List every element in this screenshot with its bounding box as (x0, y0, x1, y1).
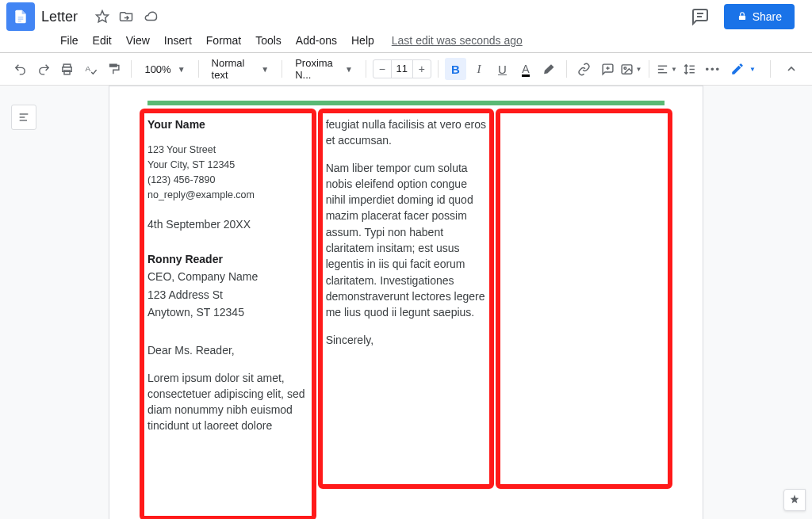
svg-text:A: A (85, 63, 90, 72)
menu-help[interactable]: Help (345, 31, 381, 50)
document-page[interactable]: Your Name 123 Your Street Your City, ST … (109, 86, 703, 519)
zoom-select[interactable]: 100%▼ (138, 59, 191, 79)
menu-edit[interactable]: Edit (86, 31, 118, 50)
redo-button[interactable] (33, 58, 54, 80)
align-button[interactable]: ▼ (656, 58, 677, 80)
recipient-street: 123 Address St (147, 287, 308, 303)
body-paragraph-1: Lorem ipsum dolor sit amet, consectetuer… (147, 370, 308, 434)
print-button[interactable] (56, 58, 78, 80)
menu-view[interactable]: View (120, 31, 156, 50)
letter-date: 4th September 20XX (147, 216, 308, 232)
underline-button[interactable]: U (492, 58, 513, 80)
spellcheck-button[interactable]: A (79, 58, 101, 80)
recipient-city: Anytown, ST 12345 (147, 304, 308, 320)
annotation-box-3 (496, 109, 672, 489)
caret-down-icon: ▼ (178, 65, 186, 74)
highlight-button[interactable] (538, 58, 560, 80)
editing-mode-button[interactable]: ▼ (726, 60, 760, 78)
svg-rect-0 (18, 17, 24, 17)
cloud-status-icon[interactable] (143, 10, 159, 24)
more-button[interactable]: ••• (703, 58, 724, 80)
caret-down-icon: ▼ (749, 66, 756, 73)
svg-point-14 (624, 67, 626, 69)
header-rule (147, 101, 665, 105)
share-label: Share (753, 10, 782, 23)
bold-button[interactable]: B (445, 58, 466, 80)
italic-button[interactable]: I (468, 58, 489, 80)
doc-title[interactable]: Letter (41, 9, 78, 25)
insert-link-button[interactable] (573, 58, 595, 80)
svg-marker-3 (96, 11, 108, 22)
font-size-stepper[interactable]: − 11 + (373, 59, 431, 78)
menu-file[interactable]: File (54, 31, 85, 50)
menu-addons[interactable]: Add-ons (289, 31, 343, 50)
body-paragraph-2b: Nam liber tempor cum soluta nobis eleife… (326, 160, 487, 321)
undo-button[interactable] (10, 58, 31, 80)
line-spacing-button[interactable] (679, 58, 700, 80)
docs-logo[interactable] (6, 2, 35, 31)
svg-rect-2 (18, 21, 21, 21)
last-edit-link[interactable]: Last edit was seconds ago (392, 34, 523, 47)
sender-city: Your City, ST 12345 (147, 158, 308, 172)
font-size-value[interactable]: 11 (391, 60, 413, 78)
paragraph-style-select[interactable]: Normal text▼ (205, 59, 276, 79)
svg-rect-1 (18, 19, 24, 20)
insert-image-button[interactable]: ▼ (620, 58, 642, 80)
menu-insert[interactable]: Insert (158, 31, 198, 50)
hide-menus-button[interactable] (780, 58, 802, 80)
menu-tools[interactable]: Tools (249, 31, 288, 50)
font-size-decrease[interactable]: − (373, 60, 391, 78)
caret-down-icon: ▼ (345, 65, 353, 74)
share-button[interactable]: Share (724, 4, 795, 29)
caret-down-icon: ▼ (261, 65, 269, 74)
font-family-select[interactable]: Proxima N...▼ (289, 59, 359, 79)
paint-format-button[interactable] (103, 58, 124, 80)
explore-button[interactable] (783, 489, 806, 511)
star-icon[interactable] (95, 10, 109, 24)
text-color-button[interactable]: A (515, 58, 536, 80)
svg-rect-6 (739, 16, 745, 20)
closing: Sincerely, (326, 332, 487, 348)
font-size-increase[interactable]: + (413, 60, 431, 78)
comments-icon[interactable] (691, 7, 710, 26)
move-icon[interactable] (119, 10, 133, 24)
menu-format[interactable]: Format (200, 31, 247, 50)
sender-name: Your Name (147, 116, 308, 132)
add-comment-button[interactable] (597, 58, 619, 80)
recipient-title: CEO, Company Name (147, 269, 308, 284)
toolbar: A 100%▼ Normal text▼ Proxima N...▼ − 11 … (0, 53, 812, 86)
sender-email: no_reply@example.com (147, 189, 308, 202)
sender-phone: (123) 456-7890 (147, 174, 308, 187)
recipient-name: Ronny Reader (147, 251, 308, 267)
body-paragraph-2a: feugiat nulla facilisis at vero eros et … (326, 116, 487, 149)
salutation: Dear Ms. Reader, (147, 342, 308, 358)
outline-toggle[interactable] (11, 105, 36, 130)
sender-street: 123 Your Street (147, 143, 308, 157)
